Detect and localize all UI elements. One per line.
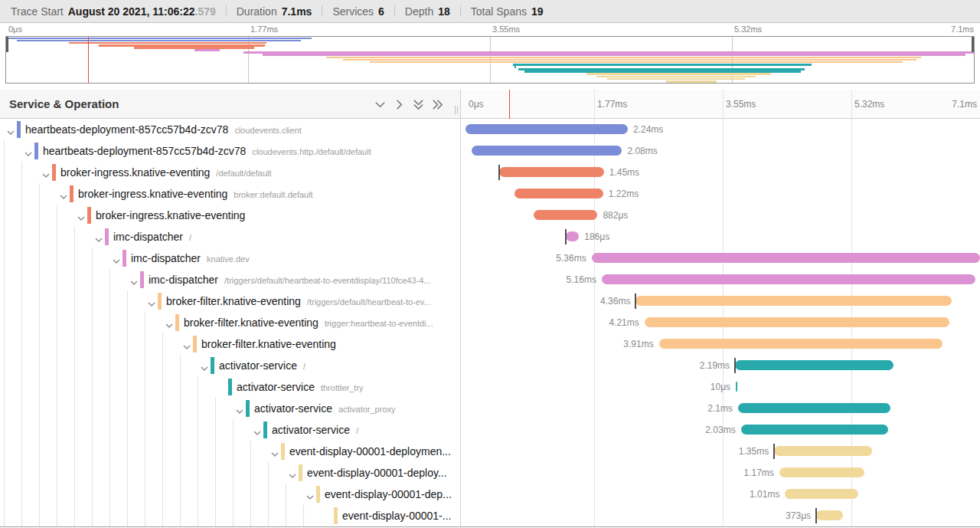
- expand-chevron-icon[interactable]: [305, 490, 315, 498]
- span-row[interactable]: heartbeats-deployment-857cc57b4d-zcv78cl…: [0, 140, 980, 162]
- column-resizer-handle[interactable]: [455, 106, 458, 114]
- collapse-all-icon[interactable]: [412, 98, 424, 110]
- span-row[interactable]: activator-service/2.19ms: [0, 355, 980, 376]
- collapse-one-icon[interactable]: [374, 98, 386, 110]
- operation-name: cloudevents.http./default/default: [252, 147, 371, 156]
- divider: [394, 5, 395, 17]
- minimap-cursor-line: [88, 37, 89, 83]
- span-log-tick: [498, 165, 500, 180]
- span-row[interactable]: imc-dispatcherknative.dev5.36ms: [0, 248, 980, 269]
- operation-name: /default/default: [216, 169, 271, 178]
- span-bar[interactable]: [736, 382, 737, 392]
- span-row[interactable]: broker-ingress.knative-eventingbroker:de…: [0, 183, 980, 205]
- span-bar[interactable]: [659, 339, 942, 349]
- expand-chevron-icon[interactable]: [94, 233, 103, 241]
- trace-minimap[interactable]: [5, 36, 975, 84]
- span-bar[interactable]: [774, 446, 872, 456]
- expand-chevron-icon[interactable]: [24, 147, 33, 155]
- minimap-ruler: 0μs1.77ms3.55ms5.32ms7.1ms: [0, 24, 980, 37]
- expand-chevron-icon[interactable]: [6, 126, 15, 133]
- span-row[interactable]: broker-filter.knative-eventing3.91ms: [0, 333, 980, 355]
- service-color-chip: [316, 486, 320, 503]
- service-color-chip: [175, 314, 179, 331]
- expand-one-icon[interactable]: [393, 98, 405, 110]
- expand-chevron-icon[interactable]: [147, 297, 156, 305]
- span-bar[interactable]: [816, 510, 843, 520]
- span-row[interactable]: activator-serviceactivator_proxy2.1ms: [0, 398, 980, 419]
- operation-name: /triggers/default/heartbeat-to-eventdisp…: [224, 276, 430, 285]
- span-duration-label: 2.1ms: [707, 398, 733, 419]
- span-log-tick: [773, 444, 775, 459]
- service-name: event-display-00001-...: [342, 510, 451, 522]
- expand-chevron-icon[interactable]: [270, 448, 279, 455]
- span-row[interactable]: event-display-00001-dep...1.01ms: [0, 484, 980, 505]
- panel-divider: [460, 90, 461, 528]
- span-name-cell: heartbeats-deployment-857cc57b4d-zcv78cl…: [43, 140, 456, 162]
- span-bar[interactable]: [635, 296, 952, 306]
- span-row[interactable]: broker-ingress.knative-eventing/default/…: [0, 162, 980, 183]
- trace-summary-bar: Trace Start August 20 2021, 11:06:22 .57…: [0, 0, 980, 23]
- expand-chevron-icon[interactable]: [182, 340, 191, 348]
- expand-all-icon[interactable]: [431, 98, 443, 110]
- service-name: activator-service: [237, 381, 315, 393]
- minimap-tick-label: 3.55ms: [492, 25, 520, 34]
- span-row[interactable]: broker-ingress.knative-eventing882μs: [0, 205, 980, 226]
- span-row[interactable]: event-display-00001-deploymen...1.35ms: [0, 441, 980, 462]
- expand-chevron-icon[interactable]: [288, 469, 297, 477]
- span-bar[interactable]: [514, 189, 603, 198]
- span-row[interactable]: heartbeats-deployment-857cc57b4d-zcv78cl…: [0, 119, 980, 140]
- span-bar[interactable]: [566, 231, 580, 241]
- span-row[interactable]: event-display-00001-deploy...1.17ms: [0, 462, 980, 484]
- service-name: heartbeats-deployment-857cc57b4d-zcv78: [43, 145, 246, 157]
- span-row[interactable]: broker-filter.knative-eventing/triggers/…: [0, 290, 980, 312]
- minimap-drag-handle-left[interactable]: [6, 37, 8, 52]
- span-name-cell: imc-dispatcherknative.dev: [131, 248, 456, 269]
- span-bar[interactable]: [779, 467, 864, 477]
- span-name-cell: imc-dispatcher/triggers/default/heartbea…: [149, 269, 456, 290]
- span-bar[interactable]: [592, 253, 980, 263]
- span-row[interactable]: activator-service/2.03ms: [0, 419, 980, 441]
- span-bar[interactable]: [741, 425, 888, 435]
- span-bar[interactable]: [785, 489, 858, 499]
- divider: [460, 5, 461, 17]
- expand-chevron-icon[interactable]: [253, 426, 262, 434]
- span-name-cell: broker-filter.knative-eventing/triggers/…: [166, 290, 456, 312]
- service-name: broker-filter.knative-eventing: [184, 316, 318, 329]
- span-row[interactable]: imc-dispatcher/186μs: [0, 226, 980, 248]
- span-name-cell: event-display-00001-dep...: [325, 484, 456, 505]
- expand-chevron-icon[interactable]: [200, 362, 209, 369]
- minimap-drag-handle-right[interactable]: [972, 37, 974, 52]
- span-bar[interactable]: [602, 274, 975, 284]
- service-color-chip: [70, 185, 74, 202]
- service-color-chip: [228, 379, 232, 395]
- expand-chevron-icon[interactable]: [41, 169, 51, 176]
- expand-chevron-icon[interactable]: [112, 254, 121, 262]
- expand-chevron-icon[interactable]: [59, 190, 68, 198]
- span-bar[interactable]: [466, 124, 628, 134]
- span-row[interactable]: event-display-00001-...373μs: [0, 505, 980, 526]
- span-bar[interactable]: [534, 210, 597, 220]
- span-bar[interactable]: [738, 403, 890, 413]
- span-duration-label: 10μs: [710, 376, 730, 398]
- service-name: imc-dispatcher: [113, 231, 183, 243]
- services-label: Services: [332, 5, 374, 18]
- operation-name: trigger:heartbeat-to-eventdi...: [325, 319, 433, 328]
- expand-chevron-icon[interactable]: [129, 276, 139, 284]
- service-color-chip: [281, 443, 285, 460]
- span-name-cell: broker-ingress.knative-eventing: [96, 205, 456, 226]
- span-bar[interactable]: [735, 360, 893, 370]
- expand-chevron-icon[interactable]: [235, 405, 244, 412]
- span-row[interactable]: broker-filter.knative-eventingtrigger:he…: [0, 312, 980, 333]
- operation-name: throttler_try: [321, 383, 364, 392]
- span-name-cell: event-display-00001-deploymen...: [289, 441, 456, 462]
- span-duration-label: 186μs: [584, 226, 609, 248]
- span-bar[interactable]: [499, 167, 604, 177]
- span-bar[interactable]: [472, 146, 622, 156]
- expand-chevron-icon[interactable]: [77, 212, 86, 219]
- span-row[interactable]: imc-dispatcher/triggers/default/heartbea…: [0, 269, 980, 290]
- operation-name: cloudevents.client: [234, 126, 301, 135]
- span-duration-label: 1.01ms: [750, 484, 779, 505]
- span-bar[interactable]: [645, 317, 949, 327]
- expand-chevron-icon[interactable]: [165, 319, 174, 326]
- span-row[interactable]: activator-servicethrottler_try10μs: [0, 376, 980, 398]
